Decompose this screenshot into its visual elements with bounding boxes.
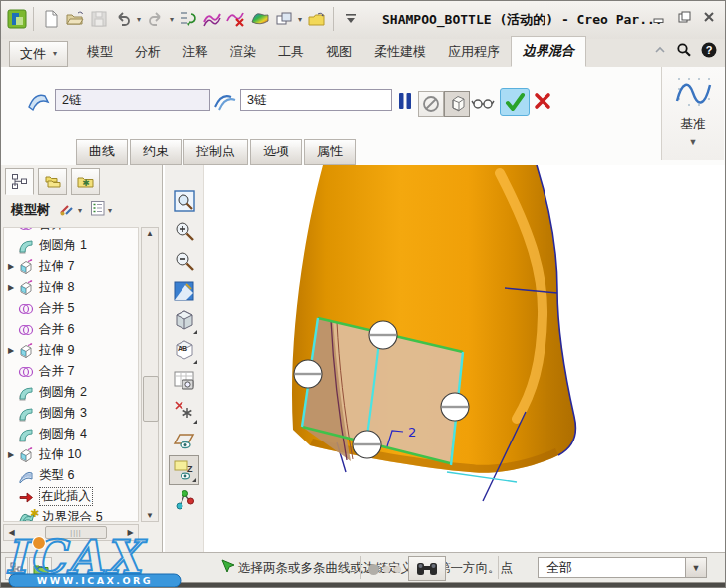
- scroll-left-icon[interactable]: ◀: [4, 528, 19, 537]
- blend-drag-handle-top[interactable]: [369, 321, 397, 349]
- file-menu-button[interactable]: 文件 ▾: [9, 41, 68, 67]
- expand-arrow-icon[interactable]: ▶: [4, 346, 18, 355]
- appearance-clear-button[interactable]: [224, 6, 247, 32]
- datum-curve-cyan[interactable]: [447, 472, 517, 482]
- help-icon[interactable]: ?: [701, 42, 717, 62]
- tree-item-边界混合 5[interactable]: ✱边界混合 5: [4, 507, 138, 522]
- pause-button[interactable]: [396, 89, 414, 113]
- scroll-up-icon[interactable]: ▲: [142, 229, 158, 238]
- tree-item-拉伸 9[interactable]: ▶拉伸 9: [4, 340, 138, 361]
- first-direction-collector[interactable]: [55, 89, 210, 111]
- restore-button[interactable]: [676, 9, 692, 25]
- tree-item-倒圆角 4[interactable]: 倒圆角 4: [4, 424, 138, 444]
- tree-settings-icon[interactable]: [90, 200, 106, 221]
- subtab-约束[interactable]: 约束: [130, 139, 182, 165]
- display-style-button[interactable]: [169, 306, 199, 336]
- render-appearance-button[interactable]: [248, 6, 271, 32]
- windows-button[interactable]: [272, 6, 295, 32]
- subtab-控制点[interactable]: 控制点: [183, 139, 248, 165]
- tree-item-合并 5[interactable]: 合并 5: [4, 298, 138, 319]
- tab-boundary-blend[interactable]: 边界混合: [511, 36, 586, 67]
- tab-渲染[interactable]: 渲染: [219, 38, 267, 67]
- saved-orientations-button[interactable]: AB: [169, 336, 199, 366]
- app-logo-button[interactable]: [5, 6, 28, 32]
- blend-drag-handle-left[interactable]: [294, 360, 322, 388]
- tree-item-倒圆角 1[interactable]: 倒圆角 1: [4, 235, 138, 256]
- tab-工具[interactable]: 工具: [267, 38, 315, 67]
- second-direction-collector[interactable]: [240, 89, 392, 111]
- favorites-tab[interactable]: ✱: [71, 168, 100, 195]
- tree-tools-icon[interactable]: [58, 200, 76, 221]
- minimize-button[interactable]: [651, 9, 667, 25]
- new-file-button[interactable]: [39, 6, 62, 32]
- appearance-button[interactable]: [200, 6, 223, 32]
- no-preview-button[interactable]: [418, 91, 444, 117]
- tree-horizontal-scrollbar[interactable]: ◀ |||| ▶: [3, 524, 139, 541]
- tree-item-合并 7[interactable]: 合并 7: [4, 361, 138, 382]
- folder-browser-tab[interactable]: [38, 168, 67, 195]
- view-manager-button[interactable]: [169, 366, 199, 396]
- expand-arrow-icon[interactable]: ▶: [4, 262, 18, 271]
- datum-display-filters-button[interactable]: [169, 396, 199, 426]
- blend-drag-handle-bottom[interactable]: [353, 431, 381, 458]
- tab-应用程序[interactable]: 应用程序: [437, 38, 511, 67]
- find-button[interactable]: [408, 556, 446, 581]
- chevron-down-icon[interactable]: ▾: [168, 15, 176, 24]
- tree-item-类型 6[interactable]: 类型 6: [4, 465, 138, 486]
- refit-button[interactable]: [169, 186, 199, 216]
- close-window-button[interactable]: [305, 6, 328, 32]
- chevron-down-icon[interactable]: ▾: [135, 15, 143, 24]
- tab-注释[interactable]: 注释: [172, 38, 219, 67]
- save-file-button[interactable]: [87, 6, 110, 32]
- repaint-button[interactable]: [169, 276, 199, 306]
- spin-center-button[interactable]: [169, 485, 199, 515]
- regenerate-button[interactable]: [177, 6, 199, 32]
- subtab-曲线[interactable]: 曲线: [76, 139, 128, 165]
- zoom-in-button[interactable]: [169, 216, 199, 246]
- chevron-down-icon[interactable]: ▾: [296, 15, 304, 24]
- tree-vertical-scrollbar[interactable]: ▲ ▼: [141, 227, 159, 522]
- tree-item-拉伸 8[interactable]: ▶拉伸 8: [4, 277, 138, 298]
- annotation-display-button[interactable]: Z: [169, 455, 199, 485]
- blend-drag-handle-right[interactable]: [441, 393, 469, 421]
- apply-button[interactable]: [500, 88, 530, 116]
- scroll-down-icon[interactable]: ▼: [142, 511, 158, 520]
- plane-display-button[interactable]: [169, 426, 199, 455]
- scrollbar-thumb[interactable]: ||||: [45, 526, 107, 539]
- tree-item-拉伸 10[interactable]: ▶拉伸 10: [4, 444, 138, 465]
- status-tree-toggle-icon[interactable]: [5, 557, 28, 580]
- open-file-button[interactable]: [63, 6, 86, 32]
- subtab-选项[interactable]: 选项: [250, 139, 302, 165]
- model-tree-tab[interactable]: [5, 168, 34, 195]
- cancel-button[interactable]: [532, 90, 553, 112]
- selection-filter-dropdown[interactable]: 全部 ▼: [538, 557, 707, 578]
- zoom-out-button[interactable]: [169, 246, 199, 276]
- tree-item-合并 4[interactable]: 合并 4: [4, 227, 138, 235]
- chevron-down-icon[interactable]: ▾: [106, 206, 114, 215]
- tree-item-拉伸 7[interactable]: ▶拉伸 7: [4, 256, 138, 277]
- datum-group[interactable]: 基准 ▼: [661, 67, 724, 160]
- status-browser-toggle-icon[interactable]: [29, 557, 52, 580]
- preview-glasses-button[interactable]: [470, 94, 496, 114]
- tree-item-在此插入[interactable]: 在此插入: [4, 486, 138, 507]
- redo-button[interactable]: [144, 6, 167, 32]
- collapse-ribbon-icon[interactable]: [653, 43, 667, 61]
- tree-item-合并 6[interactable]: 合并 6: [4, 319, 138, 340]
- tab-视图[interactable]: 视图: [315, 38, 363, 67]
- tree-item-倒圆角 2[interactable]: 倒圆角 2: [4, 382, 138, 403]
- scroll-right-icon[interactable]: ▶: [123, 528, 138, 537]
- undo-button[interactable]: [111, 6, 134, 32]
- scrollbar-thumb[interactable]: [143, 376, 159, 422]
- expand-arrow-icon[interactable]: ▶: [4, 283, 18, 292]
- wireframe-preview-button[interactable]: [444, 91, 470, 117]
- close-button[interactable]: [701, 9, 717, 25]
- tree-item-倒圆角 3[interactable]: 倒圆角 3: [4, 403, 138, 424]
- tab-柔性建模[interactable]: 柔性建模: [363, 38, 437, 67]
- tab-模型[interactable]: 模型: [76, 38, 124, 67]
- qat-customize-button[interactable]: [339, 6, 362, 32]
- subtab-属性[interactable]: 属性: [304, 139, 356, 165]
- expand-arrow-icon[interactable]: ▶: [4, 450, 18, 459]
- search-icon[interactable]: [676, 42, 692, 62]
- chevron-down-icon[interactable]: ▾: [76, 206, 84, 215]
- tab-分析[interactable]: 分析: [124, 38, 172, 67]
